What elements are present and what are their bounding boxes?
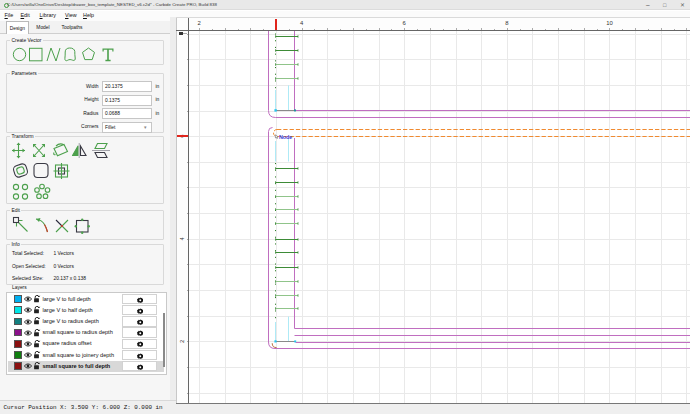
- svg-text:Node: Node: [279, 134, 292, 140]
